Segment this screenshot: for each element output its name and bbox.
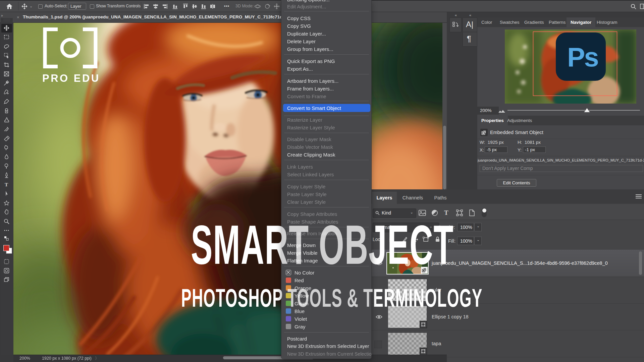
svg-text:T: T: [5, 182, 8, 187]
svg-text:PRO EDU: PRO EDU: [42, 72, 100, 84]
svg-text:Ps: Ps: [567, 42, 598, 72]
